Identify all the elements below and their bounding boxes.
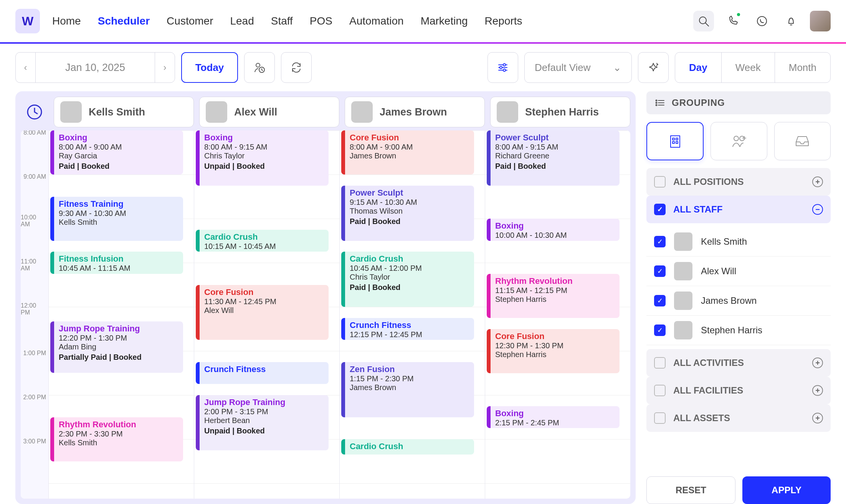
staff-column-header[interactable]: Alex Will (199, 97, 339, 127)
checkbox[interactable]: ✓ (654, 236, 666, 247)
checkbox[interactable]: ✓ (654, 295, 666, 306)
event-card[interactable]: Crunch Fitness12:15 PM - 12:45 PM (341, 318, 474, 340)
staff-filter-row[interactable]: ✓Kells Smith (646, 227, 831, 257)
refresh-button[interactable] (281, 52, 312, 83)
nav-lead[interactable]: Lead (230, 15, 254, 27)
search-button[interactable] (693, 11, 714, 31)
add-availability-button[interactable] (244, 52, 275, 83)
calendar-column[interactable]: Boxing8:00 AM - 9:00 AMRay GarciaPaid | … (48, 130, 194, 499)
expand-icon[interactable]: + (812, 385, 823, 396)
checkbox[interactable]: ✓ (654, 324, 666, 336)
staff-column-header[interactable]: Kells Smith (54, 97, 194, 127)
event-time: 10:15 AM - 10:45 AM (204, 242, 324, 251)
view-week[interactable]: Week (722, 53, 775, 82)
event-card[interactable]: Cardio Crush10:45 AM - 12:00 PMChris Tay… (341, 252, 474, 307)
event-card[interactable]: Core Fusion11:30 AM - 12:45 PMAlex Will (196, 285, 329, 340)
next-date-button[interactable]: › (155, 53, 175, 82)
event-status: Unpaid | Booked (204, 427, 324, 435)
staff-filter-row[interactable]: ✓Alex Will (646, 257, 831, 286)
event-title: Core Fusion (204, 287, 324, 297)
current-date[interactable]: Jan 10, 2025 (36, 53, 155, 82)
staff-name: James Brown (380, 106, 447, 118)
event-card[interactable]: Jump Rope Training2:00 PM - 3:15 PMHerbe… (196, 395, 329, 450)
event-card[interactable]: Zen Fusion1:15 PM - 2:30 PMJames Brown (341, 362, 474, 417)
event-card[interactable]: Power Sculpt8:00 AM - 9:15 AMRichard Gre… (487, 130, 620, 186)
event-card[interactable]: Fitness Infusion10:45 AM - 11:15 AM (50, 252, 183, 274)
phone-button[interactable] (722, 11, 743, 31)
app-logo[interactable]: W (15, 9, 40, 33)
event-card[interactable]: Boxing10:00 AM - 10:30 AM (487, 219, 620, 241)
nav-automation[interactable]: Automation (349, 15, 404, 27)
user-avatar[interactable] (810, 11, 831, 31)
event-card[interactable]: Boxing8:00 AM - 9:00 AMRay GarciaPaid | … (50, 130, 183, 175)
apply-button[interactable]: APPLY (742, 476, 831, 504)
expand-icon[interactable]: + (812, 176, 823, 187)
event-card[interactable]: Power Sculpt9:15 AM - 10:30 AMThomas Wil… (341, 186, 474, 241)
staff-name: Kells Smith (701, 236, 747, 247)
filter-all-activities[interactable]: ALL ACTIVITIES + (646, 349, 831, 377)
calendar-column[interactable]: Boxing8:00 AM - 9:15 AMChris TaylorUnpai… (194, 130, 339, 499)
checkbox[interactable] (654, 412, 666, 424)
time-column-header (21, 97, 48, 127)
event-card[interactable]: Fitness Training9:30 AM - 10:30 AMKells … (50, 197, 183, 241)
nav-scheduler[interactable]: Scheduler (98, 15, 150, 27)
checkbox[interactable]: ✓ (654, 265, 666, 277)
staff-filter-row[interactable]: ✓Stephen Harris (646, 316, 831, 345)
expand-icon[interactable]: + (812, 413, 823, 423)
nav-customer[interactable]: Customer (167, 15, 213, 27)
event-status: Paid | Booked (350, 217, 469, 226)
event-card[interactable]: Boxing8:00 AM - 9:15 AMChris TaylorUnpai… (196, 130, 329, 186)
event-card[interactable]: Core Fusion12:30 PM - 1:30 PMStephen Har… (487, 329, 620, 373)
staff-column-header[interactable]: James Brown (345, 97, 485, 127)
event-card[interactable]: Jump Rope Training12:20 PM - 1:30 PMAdam… (50, 321, 183, 373)
group-by-asset[interactable] (774, 122, 831, 160)
checkbox[interactable] (654, 385, 666, 396)
checkbox[interactable] (654, 176, 666, 188)
time-label: 8:00 AM (23, 130, 46, 136)
event-attendee: Thomas Wilson (350, 207, 469, 216)
favorites-button[interactable] (638, 52, 669, 83)
staff-column-header[interactable]: Stephen Harris (490, 97, 630, 127)
refresh-icon (290, 61, 302, 74)
checkbox[interactable]: ✓ (654, 204, 666, 215)
event-title: Rhythm Revolution (59, 420, 178, 430)
nav-home[interactable]: Home (52, 15, 81, 27)
staff-filter-row[interactable]: ✓James Brown (646, 286, 831, 316)
filter-all-assets[interactable]: ALL ASSETS + (646, 404, 831, 432)
event-title: Zen Fusion (350, 364, 469, 374)
event-card[interactable]: Cardio Crush (341, 439, 474, 455)
view-select[interactable]: Default View⌄ (524, 52, 632, 83)
notifications-button[interactable] (781, 11, 801, 31)
event-card[interactable]: Crunch Fitness (196, 362, 329, 384)
event-card[interactable]: Rhythm Revolution2:30 PM - 3:30 PMKells … (50, 417, 183, 461)
event-card[interactable]: Boxing2:15 PM - 2:45 PM (487, 406, 620, 428)
prev-date-button[interactable]: ‹ (16, 53, 36, 82)
event-card[interactable]: Core Fusion8:00 AM - 9:00 AMJames Brown (341, 130, 474, 175)
nav-marketing[interactable]: Marketing (421, 15, 468, 27)
nav-pos[interactable]: POS (310, 15, 332, 27)
group-by-facility[interactable] (646, 122, 704, 160)
whatsapp-button[interactable] (752, 11, 772, 31)
today-button[interactable]: Today (181, 52, 238, 83)
group-by-staff[interactable] (711, 122, 767, 160)
view-day[interactable]: Day (675, 53, 722, 82)
staff-name: Kells Smith (89, 106, 145, 118)
calendar-column[interactable]: Power Sculpt8:00 AM - 9:15 AMRichard Gre… (485, 130, 630, 499)
collapse-icon[interactable]: − (812, 204, 823, 215)
calendar-grid[interactable]: Boxing8:00 AM - 9:00 AMRay GarciaPaid | … (48, 130, 630, 499)
event-card[interactable]: Rhythm Revolution11:15 AM - 12:15 PMStep… (487, 274, 620, 318)
event-card[interactable]: Cardio Crush10:15 AM - 10:45 AM (196, 230, 329, 252)
time-label: 1:00 PM (23, 350, 46, 357)
reset-button[interactable]: RESET (646, 476, 735, 504)
filter-all-positions[interactable]: ALL POSITIONS + (646, 168, 831, 196)
expand-icon[interactable]: + (812, 357, 823, 368)
event-status: Paid | Booked (59, 162, 178, 171)
nav-staff[interactable]: Staff (271, 15, 293, 27)
checkbox[interactable] (654, 357, 666, 369)
filter-all-facilities[interactable]: ALL FACILITIES + (646, 377, 831, 404)
calendar-column[interactable]: Core Fusion8:00 AM - 9:00 AMJames BrownP… (339, 130, 485, 499)
view-month[interactable]: Month (775, 53, 830, 82)
filter-settings-button[interactable] (487, 52, 518, 83)
filter-all-staff[interactable]: ✓ ALL STAFF − (646, 196, 831, 223)
nav-reports[interactable]: Reports (485, 15, 522, 27)
